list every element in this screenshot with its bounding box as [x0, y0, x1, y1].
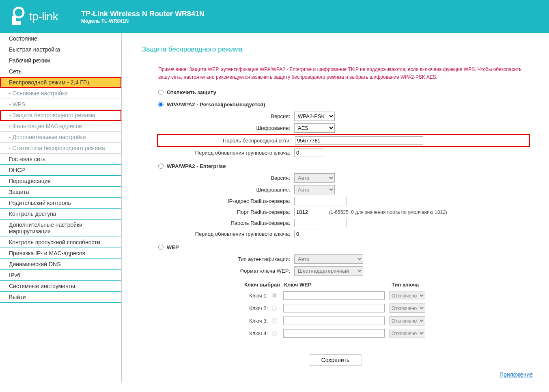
radio-wep-key-1[interactable] — [272, 293, 277, 298]
select-wep-auth[interactable]: Авто — [294, 254, 363, 264]
label-key-1: Ключ 1: — [158, 293, 272, 299]
input-wep-key-2[interactable] — [283, 304, 385, 312]
input-radius-port[interactable] — [294, 208, 324, 216]
header-wep-key: Ключ WEP — [284, 282, 392, 288]
brand-text: tp-link — [29, 10, 58, 23]
tplink-logo-icon — [10, 6, 26, 27]
select-personal-encryption[interactable]: AES — [294, 123, 335, 133]
radio-wep-key-3[interactable] — [272, 318, 277, 323]
input-group-key-2[interactable] — [294, 230, 324, 238]
input-group-key-1[interactable] — [294, 149, 324, 157]
nav-routing[interactable]: Дополнительные настройки маршрутизации — [0, 220, 121, 237]
select-wep-key-type-1[interactable]: Отключено — [390, 291, 425, 300]
nav-wireless-security[interactable]: - Защита беспроводного режима — [0, 110, 121, 121]
label-key-4: Ключ 4: — [158, 330, 272, 336]
label-auth-type: Тип аутентификации: — [158, 256, 294, 262]
nav-advanced-settings[interactable]: - Дополнительные настройки — [0, 132, 121, 143]
input-wep-key-3[interactable] — [283, 317, 385, 325]
select-wep-format[interactable]: Шестнадцатеричный — [294, 266, 363, 276]
label-wpa-enterprise: WPA/WPA2 - Enterprise — [167, 163, 226, 169]
label-wep: WEP — [167, 244, 179, 250]
nav-system-tools[interactable]: Системные инструменты — [0, 281, 121, 292]
label-radius-ip: IP-адрес Radius-сервера: — [158, 198, 294, 204]
security-note: Примечание: Защита WEP, аутентификация W… — [158, 66, 529, 81]
label-key-2: Ключ 2: — [158, 305, 272, 311]
header-key-selected: Ключ выбран — [158, 282, 284, 288]
nav-access-control[interactable]: Контроль доступа — [0, 209, 121, 220]
svg-rect-2 — [12, 21, 21, 25]
label-ent-encryption: Шифрование: — [158, 187, 294, 193]
help-link[interactable]: Приложение — [499, 371, 533, 378]
save-button[interactable]: Сохранить — [309, 354, 362, 366]
nav-guest-network[interactable]: Гостевая сеть — [0, 154, 121, 165]
nav-wps[interactable]: - WPS — [0, 99, 121, 110]
password-row-highlighted: Пароль беспроводной сети: — [158, 135, 529, 146]
label-encryption: Шифрование: — [158, 125, 294, 131]
label-wireless-password: Пароль беспроводной сети: — [159, 138, 295, 144]
nav-status[interactable]: Состояние — [0, 33, 121, 44]
nav-security[interactable]: Защита — [0, 187, 121, 198]
nav-ip-mac-binding[interactable]: Привязка IP- и MAC-адресов — [0, 248, 121, 259]
hint-radius-port: (1-65535, 0 для значения порта по умолча… — [329, 209, 447, 215]
nav-basic-settings[interactable]: - Основные настройки — [0, 88, 121, 99]
radio-wep[interactable] — [158, 245, 164, 250]
header-bar: tp-link TP-Link Wireless N Router WR841N… — [0, 0, 549, 33]
label-group-key-period: Период обновления группового ключа: — [158, 150, 294, 156]
radio-wep-key-4[interactable] — [272, 331, 277, 336]
title-block: TP-Link Wireless N Router WR841N Модель … — [81, 10, 205, 24]
nav-parental[interactable]: Родительский контроль — [0, 198, 121, 209]
radio-disable-security[interactable] — [158, 90, 164, 95]
nav-logout[interactable]: Выйти — [0, 292, 121, 303]
radio-wpa-personal[interactable] — [158, 102, 164, 107]
nav-wireless[interactable]: Беспроводной режим - 2,4 ГГц — [0, 77, 121, 88]
sidebar-nav: Состояние Быстрая настройка Рабочий режи… — [0, 33, 122, 382]
nav-ddns[interactable]: Динамический DNS — [0, 259, 121, 270]
nav-forwarding[interactable]: Переадресация — [0, 176, 121, 187]
nav-network[interactable]: Сеть — [0, 66, 121, 77]
nav-mac-filter[interactable]: - Фильтрация МАС-адресов — [0, 121, 121, 132]
nav-ipv6[interactable]: IPv6 — [0, 270, 121, 281]
page-title: Защита беспроводного режима — [142, 45, 529, 54]
logo-block: tp-link — [10, 6, 81, 27]
label-radius-port: Порт Radius-сервера: — [158, 209, 294, 215]
label-group-key-period-2: Период обновления группового ключа: — [158, 231, 294, 237]
header-key-type: Тип ключа — [392, 282, 432, 288]
product-title: TP-Link Wireless N Router WR841N — [81, 10, 205, 18]
input-wep-key-4[interactable] — [283, 329, 385, 338]
input-wireless-password[interactable] — [295, 136, 423, 145]
select-wep-key-type-2[interactable]: Отключено — [390, 304, 425, 313]
label-radius-password: Пароль Radius-сервера: — [158, 220, 294, 226]
select-ent-version[interactable]: Авто — [294, 173, 335, 183]
select-wep-key-type-4[interactable]: Отключено — [390, 329, 425, 338]
label-version: Версия: — [158, 113, 294, 119]
nav-dhcp[interactable]: DHCP — [0, 165, 121, 176]
input-radius-password[interactable] — [294, 219, 347, 227]
label-wep-format: Формат ключа WEP: — [158, 268, 294, 274]
nav-operation-mode[interactable]: Рабочий режим — [0, 55, 121, 66]
select-ent-encryption[interactable]: Авто — [294, 185, 335, 194]
content-panel: Защита беспроводного режима Примечание: … — [122, 33, 549, 382]
input-wep-key-1[interactable] — [283, 291, 385, 300]
model-label: Модель TL-WR841N — [81, 18, 205, 24]
select-personal-version[interactable]: WPA2-PSK — [294, 112, 335, 121]
label-ent-version: Версия: — [158, 175, 294, 181]
nav-bandwidth[interactable]: Контроль пропускной способности — [0, 237, 121, 248]
label-key-3: Ключ 3: — [158, 318, 272, 324]
svg-point-0 — [14, 8, 24, 17]
input-radius-ip[interactable] — [294, 197, 347, 205]
label-wpa-personal: WPA/WPA2 - Personal(рекомендуется) — [167, 101, 265, 108]
radio-wep-key-2[interactable] — [272, 306, 277, 311]
nav-quick-setup[interactable]: Быстрая настройка — [0, 44, 121, 55]
select-wep-key-type-3[interactable]: Отключено — [390, 316, 425, 325]
radio-wpa-enterprise[interactable] — [158, 164, 164, 169]
nav-wireless-stats[interactable]: - Статистика беспроводного режима — [0, 143, 121, 154]
label-disable-security: Отключить защиту — [167, 89, 216, 95]
